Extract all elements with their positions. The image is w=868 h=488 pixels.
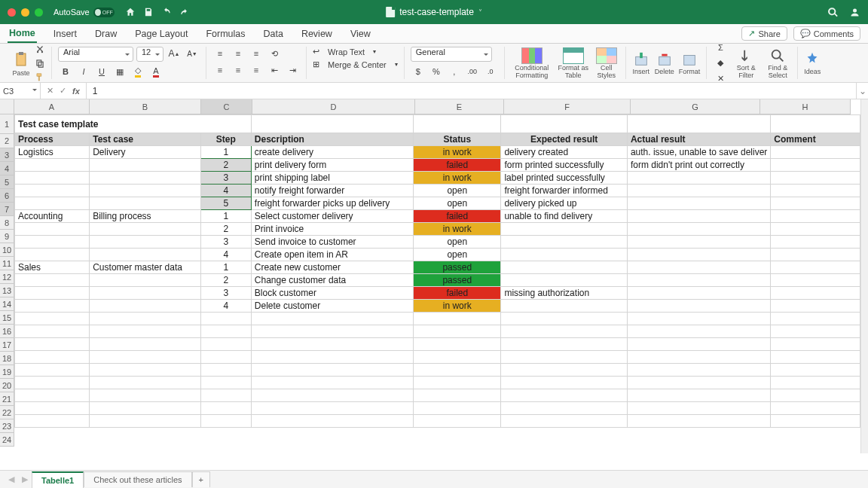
- sheet-tab-other[interactable]: Check out these articles: [84, 471, 191, 487]
- cell[interactable]: [627, 115, 770, 133]
- cell[interactable]: [771, 197, 860, 210]
- cell[interactable]: [771, 389, 860, 402]
- row-header[interactable]: 9: [0, 230, 14, 243]
- minimize-window-icon[interactable]: [21, 8, 29, 17]
- add-sheet-button[interactable]: +: [192, 471, 210, 487]
- clear-icon[interactable]: ✕: [713, 72, 728, 86]
- cell[interactable]: [501, 249, 627, 261]
- fill-icon[interactable]: ◆: [713, 56, 728, 70]
- fill-color-button[interactable]: ◇: [130, 65, 145, 78]
- cell[interactable]: Actual result: [627, 133, 770, 146]
- cell[interactable]: [627, 172, 770, 185]
- row-header[interactable]: 19: [0, 365, 14, 379]
- search-icon[interactable]: [827, 7, 839, 18]
- bold-button[interactable]: B: [58, 65, 73, 78]
- cell[interactable]: [627, 402, 770, 415]
- cell[interactable]: print delivery form: [251, 159, 413, 172]
- cell[interactable]: [251, 115, 413, 133]
- cell[interactable]: failed: [414, 159, 501, 172]
- cell[interactable]: [251, 325, 413, 338]
- column-header-H[interactable]: H: [760, 99, 851, 114]
- cell[interactable]: Expected result: [501, 133, 627, 146]
- chevron-down-icon[interactable]: ˅: [478, 8, 482, 17]
- cell[interactable]: [771, 377, 860, 389]
- format-painter-icon[interactable]: [35, 72, 45, 83]
- row-header[interactable]: 15: [0, 311, 14, 325]
- orientation-icon[interactable]: ⟲: [267, 47, 282, 60]
- cell[interactable]: [414, 313, 501, 325]
- cell[interactable]: [771, 115, 860, 133]
- cell[interactable]: Process: [15, 133, 90, 146]
- insert-cells-button[interactable]: Insert: [632, 51, 650, 75]
- ideas-button[interactable]: Ideas: [804, 51, 821, 75]
- close-window-icon[interactable]: [8, 8, 16, 17]
- column-header-A[interactable]: A: [14, 99, 90, 114]
- format-cells-button[interactable]: Format: [679, 51, 701, 75]
- cell[interactable]: delivery created: [501, 146, 627, 159]
- row-header[interactable]: 20: [0, 379, 14, 392]
- cell[interactable]: Select customer delivery: [251, 210, 413, 223]
- cell[interactable]: form didn't print out correctly: [627, 159, 770, 172]
- cell[interactable]: [90, 172, 200, 185]
- cell[interactable]: [251, 351, 413, 364]
- cell[interactable]: Create open item in AR: [251, 249, 413, 261]
- cell[interactable]: [200, 415, 251, 428]
- cell[interactable]: [251, 415, 413, 428]
- italic-button[interactable]: I: [76, 65, 91, 78]
- row-header[interactable]: 8: [0, 216, 14, 230]
- cell[interactable]: in work: [414, 223, 501, 236]
- cell[interactable]: [414, 364, 501, 377]
- cell[interactable]: Test case template: [15, 115, 252, 133]
- cell[interactable]: open: [414, 185, 501, 197]
- tab-view[interactable]: View: [349, 26, 372, 42]
- comma-icon[interactable]: ,: [447, 65, 462, 78]
- cell[interactable]: Logistics: [15, 146, 90, 159]
- cell[interactable]: [501, 236, 627, 249]
- align-top-icon[interactable]: ≡: [212, 47, 228, 60]
- cell[interactable]: label printed successfully: [501, 172, 627, 185]
- cell[interactable]: unable to find delivery: [501, 210, 627, 223]
- cell[interactable]: [501, 351, 627, 364]
- autosum-icon[interactable]: Σ: [713, 41, 728, 54]
- number-format-select[interactable]: General: [411, 47, 492, 62]
- cell[interactable]: [90, 313, 200, 325]
- cell[interactable]: [414, 415, 501, 428]
- cell[interactable]: [771, 325, 860, 338]
- sheet-tab-active[interactable]: Tabelle1: [32, 471, 84, 488]
- cell[interactable]: [200, 402, 251, 415]
- cell[interactable]: 2: [200, 223, 251, 236]
- row-header[interactable]: 7: [0, 203, 14, 216]
- cell[interactable]: [251, 402, 413, 415]
- sort-filter-button[interactable]: Sort & Filter: [732, 47, 760, 79]
- cell[interactable]: [414, 351, 501, 364]
- cell[interactable]: [90, 338, 200, 351]
- cell[interactable]: [200, 377, 251, 389]
- vertical-scrollbar[interactable]: [860, 99, 868, 453]
- formula-input[interactable]: 1: [87, 86, 856, 96]
- align-left-icon[interactable]: ≡: [212, 63, 228, 77]
- align-middle-icon[interactable]: ≡: [231, 47, 246, 60]
- row-header[interactable]: 5: [0, 175, 14, 189]
- row-header[interactable]: 11: [0, 257, 14, 270]
- cell[interactable]: [414, 402, 501, 415]
- cell[interactable]: [771, 402, 860, 415]
- cell[interactable]: [90, 223, 200, 236]
- cell[interactable]: Customer master data: [90, 261, 200, 274]
- cell[interactable]: create delivery: [251, 146, 413, 159]
- cell[interactable]: [15, 287, 90, 300]
- share-button[interactable]: ↗Share: [741, 26, 787, 41]
- cell[interactable]: [771, 236, 860, 249]
- row-header[interactable]: 21: [0, 392, 14, 406]
- cell[interactable]: Status: [414, 133, 501, 146]
- cell[interactable]: [771, 249, 860, 261]
- cell[interactable]: [15, 364, 90, 377]
- cell[interactable]: Create new customer: [251, 261, 413, 274]
- fx-icon[interactable]: fx: [72, 87, 80, 96]
- cell[interactable]: [501, 377, 627, 389]
- cell[interactable]: Delete customer: [251, 300, 413, 313]
- row-header[interactable]: 2: [0, 134, 14, 148]
- cell[interactable]: [771, 159, 860, 172]
- cell[interactable]: [15, 236, 90, 249]
- font-name-select[interactable]: Arial: [58, 47, 133, 62]
- autosave-toggle[interactable]: AutoSave OFF: [53, 8, 115, 17]
